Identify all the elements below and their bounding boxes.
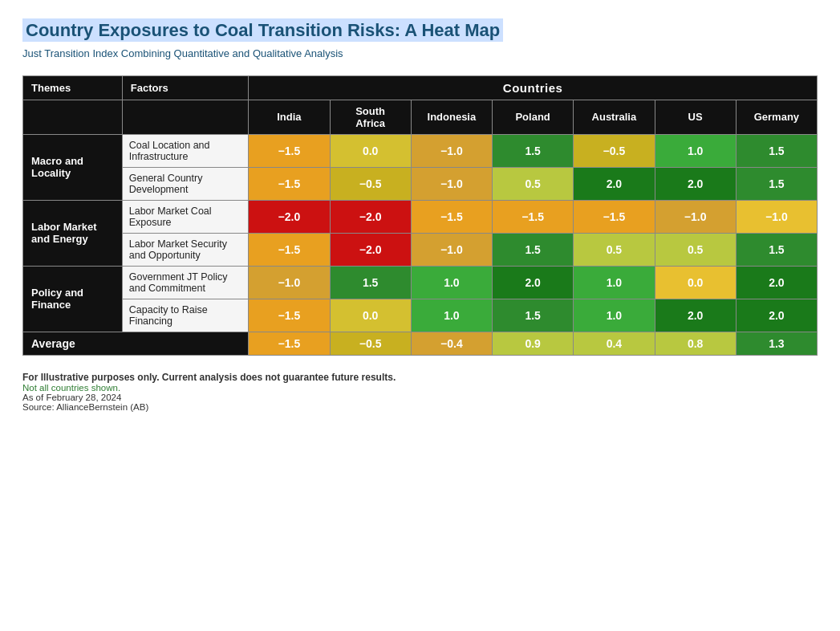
average-cell: 0.8 — [655, 332, 736, 355]
table-row: General Country Development−1.5−0.5−1.00… — [23, 167, 818, 200]
cell-value: 1.0 — [574, 299, 655, 332]
cell-value: 2.0 — [655, 299, 736, 332]
footer-line4: Source: AllianceBernstein (AB) — [22, 402, 818, 412]
factor-label: General Country Development — [122, 167, 249, 200]
cell-value: −2.0 — [330, 233, 411, 266]
factor-label: Coal Location and Infrastructure — [122, 134, 249, 167]
col-header-factors: Factors — [122, 75, 249, 100]
country-header-us: US — [655, 100, 736, 134]
average-label: Average — [23, 332, 249, 355]
factor-label: Labor Market Coal Exposure — [122, 200, 249, 233]
cell-value: −0.5 — [574, 134, 655, 167]
average-cell: 0.9 — [493, 332, 574, 355]
cell-value: 1.5 — [736, 167, 817, 200]
average-row: Average−1.5−0.5−0.40.90.40.81.3 — [23, 332, 818, 355]
factor-label: Capacity to Raise Financing — [122, 299, 249, 332]
factor-label: Government JT Policy and Commitment — [122, 266, 249, 299]
cell-value: −1.5 — [574, 200, 655, 233]
cell-value: 0.0 — [330, 134, 411, 167]
table-row: Macro and LocalityCoal Location and Infr… — [23, 134, 818, 167]
cell-value: 2.0 — [655, 167, 736, 200]
cell-value: −1.5 — [249, 299, 330, 332]
cell-value: 2.0 — [574, 167, 655, 200]
footer-line2: Not all countries shown. — [22, 383, 818, 393]
average-cell: 1.3 — [736, 332, 817, 355]
average-cell: −0.5 — [330, 332, 411, 355]
cell-value: −1.0 — [736, 200, 817, 233]
cell-value: 2.0 — [736, 266, 817, 299]
table-row: Capacity to Raise Financing−1.50.01.01.5… — [23, 299, 818, 332]
cell-value: 2.0 — [736, 299, 817, 332]
col-header-countries: Countries — [249, 75, 818, 100]
heatmap-table: Themes Factors Countries IndiaSouthAfric… — [22, 75, 818, 356]
cell-value: −1.0 — [411, 167, 492, 200]
cell-value: 1.5 — [493, 299, 574, 332]
table-row: Policy and FinanceGovernment JT Policy a… — [23, 266, 818, 299]
country-header-poland: Poland — [493, 100, 574, 134]
cell-value: −2.0 — [330, 200, 411, 233]
average-cell: −1.5 — [249, 332, 330, 355]
cell-value: −1.0 — [655, 200, 736, 233]
cell-value: −1.5 — [249, 233, 330, 266]
cell-value: 1.0 — [655, 134, 736, 167]
cell-value: −1.5 — [411, 200, 492, 233]
page-title: Country Exposures to Coal Transition Ris… — [22, 19, 818, 43]
footer-line3: As of February 28, 2024 — [22, 393, 818, 402]
cell-value: 0.5 — [574, 233, 655, 266]
cell-value: 0.5 — [493, 167, 574, 200]
country-header-indonesia: Indonesia — [411, 100, 492, 134]
country-header-australia: Australia — [574, 100, 655, 134]
cell-value: 1.5 — [736, 233, 817, 266]
cell-value: −1.0 — [411, 134, 492, 167]
theme-label: Macro and Locality — [23, 134, 123, 200]
country-header-india: India — [249, 100, 330, 134]
cell-value: 1.5 — [330, 266, 411, 299]
table-row: Labor Market and EnergyLabor Market Coal… — [23, 200, 818, 233]
empty-theme-header — [23, 100, 123, 134]
footer: For Illustrative purposes only. Current … — [22, 372, 818, 412]
cell-value: −2.0 — [249, 200, 330, 233]
cell-value: 1.5 — [736, 134, 817, 167]
country-header-south-africa: SouthAfrica — [330, 100, 411, 134]
average-cell: 0.4 — [574, 332, 655, 355]
theme-label: Labor Market and Energy — [23, 200, 123, 266]
cell-value: −1.5 — [493, 200, 574, 233]
cell-value: 2.0 — [493, 266, 574, 299]
subtitle: Just Transition Index Combining Quantita… — [22, 47, 818, 59]
factor-label: Labor Market Security and Opportunity — [122, 233, 249, 266]
average-cell: −0.4 — [411, 332, 492, 355]
cell-value: 1.0 — [411, 266, 492, 299]
cell-value: 0.5 — [655, 233, 736, 266]
cell-value: 1.0 — [574, 266, 655, 299]
theme-label: Policy and Finance — [23, 266, 123, 332]
country-header-germany: Germany — [736, 100, 817, 134]
cell-value: −1.5 — [249, 134, 330, 167]
cell-value: −1.5 — [249, 167, 330, 200]
cell-value: −1.0 — [411, 233, 492, 266]
cell-value: −1.0 — [249, 266, 330, 299]
cell-value: −0.5 — [330, 167, 411, 200]
cell-value: 1.5 — [493, 134, 574, 167]
cell-value: 1.0 — [411, 299, 492, 332]
col-header-themes: Themes — [23, 75, 123, 100]
cell-value: 0.0 — [330, 299, 411, 332]
cell-value: 0.0 — [655, 266, 736, 299]
empty-factor-header — [122, 100, 249, 134]
footer-line1: For Illustrative purposes only. Current … — [22, 372, 818, 383]
table-row: Labor Market Security and Opportunity−1.… — [23, 233, 818, 266]
cell-value: 1.5 — [493, 233, 574, 266]
